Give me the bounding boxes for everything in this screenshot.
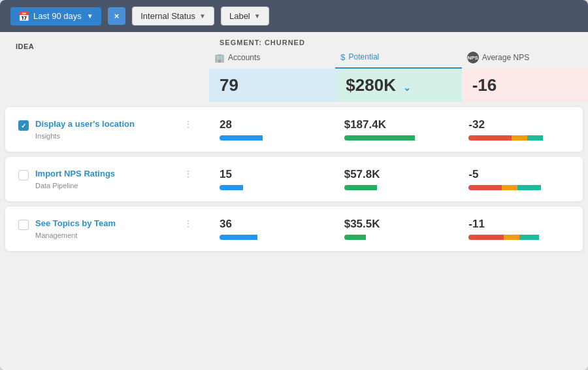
summary-row: 79 $280K ⌄ -16 (0, 69, 588, 102)
potential-cell: $35.5K (334, 209, 459, 249)
calendar-icon: 📅 (18, 11, 29, 22)
avg-nps-cell: -5 (458, 159, 583, 199)
teal-bar-segment (527, 135, 543, 141)
teal-bar-segment (517, 185, 541, 190)
accounts-value: 28 (220, 118, 323, 131)
segment-section: SEGMENT: CHURNED 🏢 Accounts $ Potential … (209, 32, 588, 69)
potential-cell: $187.4K (334, 109, 459, 150)
idea-info-cell: ✓ Display a user's location Insights ⋮ (5, 107, 209, 152)
potential-bar (344, 135, 423, 141)
blue-bar-segment (220, 185, 243, 190)
idea-data-cells: 36 $35.5K -11 (209, 207, 583, 251)
summary-avg-nps: -16 (462, 69, 588, 102)
idea-text: Display a user's location Insights (35, 119, 174, 140)
idea-checkbox[interactable]: ✓ (18, 120, 29, 131)
avg-nps-value: -5 (468, 168, 572, 181)
idea-title[interactable]: See Topics by Team (35, 218, 174, 229)
more-options-icon[interactable]: ⋮ (181, 218, 196, 229)
avg-nps-column-header[interactable]: NPS Average NPS (462, 49, 588, 69)
accounts-value: 36 (220, 218, 323, 231)
nps-icon: NPS (467, 52, 479, 63)
accounts-bar (220, 185, 298, 190)
summary-idea-cell (0, 69, 209, 102)
avg-nps-cell: -32 (458, 109, 583, 150)
idea-checkbox[interactable] (18, 220, 29, 230)
idea-info-cell: Import NPS Ratings Data Pipeline ⋮ (5, 157, 209, 201)
more-options-icon[interactable]: ⋮ (181, 119, 196, 129)
orange-bar-segment (504, 235, 519, 240)
orange-bar-segment (502, 185, 517, 190)
accounts-bar (220, 135, 298, 141)
accounts-cell: 28 (209, 109, 334, 150)
top-bar: 📅 Last 90 days ▼ × Internal Status ▼ Lab… (0, 0, 588, 32)
nps-bar (468, 235, 547, 240)
nps-bar (468, 135, 547, 141)
summary-accounts: 79 (209, 69, 335, 102)
summary-potential: $280K ⌄ (335, 69, 461, 102)
table-row: ✓ Display a user's location Insights ⋮ 2… (5, 107, 583, 152)
red-bar-segment (468, 185, 501, 190)
more-options-icon[interactable]: ⋮ (181, 169, 196, 179)
chevron-down-icon: ▼ (87, 12, 93, 20)
app-container: 📅 Last 90 days ▼ × Internal Status ▼ Lab… (0, 0, 588, 370)
red-bar-segment (468, 235, 504, 240)
green-bar-segment (344, 135, 415, 141)
accounts-cell: 36 (209, 209, 334, 249)
accounts-icon: 🏢 (214, 53, 225, 63)
table-row: Import NPS Ratings Data Pipeline ⋮ 15 $5… (5, 157, 583, 201)
table-row: See Topics by Team Management ⋮ 36 $35.5… (5, 207, 583, 251)
potential-value: $57.8K (344, 168, 448, 181)
potential-col-label: Potential (349, 52, 380, 61)
green-bar-segment (344, 185, 377, 190)
items-list: ✓ Display a user's location Insights ⋮ 2… (0, 102, 588, 370)
green-bar-segment (344, 235, 367, 240)
summary-data-cells: 79 $280K ⌄ -16 (209, 69, 588, 102)
red-bar-segment (468, 135, 512, 141)
idea-checkbox[interactable] (18, 170, 29, 180)
blue-bar-segment (220, 235, 257, 240)
avg-nps-value: -32 (468, 118, 572, 131)
checkmark-icon: ✓ (21, 122, 26, 129)
accounts-value: 15 (220, 168, 323, 181)
potential-column-header[interactable]: $ Potential (335, 50, 461, 69)
idea-category: Management (35, 231, 174, 239)
idea-title[interactable]: Display a user's location (35, 119, 174, 130)
potential-bar (344, 235, 423, 240)
internal-status-dropdown[interactable]: Internal Status ▼ (132, 7, 214, 25)
dollar-icon: $ (340, 52, 345, 62)
chevron-down-icon: ▼ (254, 12, 261, 20)
idea-column-header: IDEA (0, 32, 209, 69)
orange-bar-segment (512, 135, 527, 141)
potential-bar (344, 185, 423, 190)
idea-text: Import NPS Ratings Data Pipeline (35, 169, 174, 190)
summary-avg-nps-value: -16 (472, 75, 497, 95)
avg-nps-col-label: Average NPS (482, 53, 530, 62)
period-filter-button[interactable]: 📅 Last 90 days ▼ (10, 7, 101, 25)
blue-bar-segment (220, 135, 263, 141)
accounts-cell: 15 (209, 159, 334, 199)
idea-data-cells: 15 $57.8K -5 (209, 157, 583, 201)
potential-value: $187.4K (344, 118, 448, 131)
idea-category: Data Pipeline (35, 182, 174, 190)
close-period-button[interactable]: × (108, 7, 126, 25)
accounts-bar (220, 235, 298, 240)
table-header: IDEA SEGMENT: CHURNED 🏢 Accounts $ Poten… (0, 32, 588, 69)
accounts-column-header[interactable]: 🏢 Accounts (209, 50, 335, 68)
accounts-col-label: Accounts (228, 53, 260, 62)
idea-category: Insights (35, 132, 174, 140)
idea-title[interactable]: Import NPS Ratings (35, 169, 174, 180)
chevron-down-icon: ⌄ (403, 82, 411, 93)
segment-label: SEGMENT: CHURNED (209, 32, 588, 49)
teal-bar-segment (519, 235, 539, 240)
main-content: IDEA SEGMENT: CHURNED 🏢 Accounts $ Poten… (0, 32, 588, 370)
potential-cell: $57.8K (334, 159, 459, 199)
label-label: Label (229, 11, 250, 21)
avg-nps-cell: -11 (458, 209, 583, 249)
chevron-down-icon: ▼ (199, 12, 206, 20)
idea-data-cells: 28 $187.4K -32 (209, 107, 583, 152)
period-label: Last 90 days (33, 11, 82, 21)
idea-info-cell: See Topics by Team Management ⋮ (5, 207, 209, 251)
label-dropdown[interactable]: Label ▼ (221, 7, 269, 25)
summary-accounts-value: 79 (220, 75, 238, 95)
idea-text: See Topics by Team Management (35, 218, 174, 239)
